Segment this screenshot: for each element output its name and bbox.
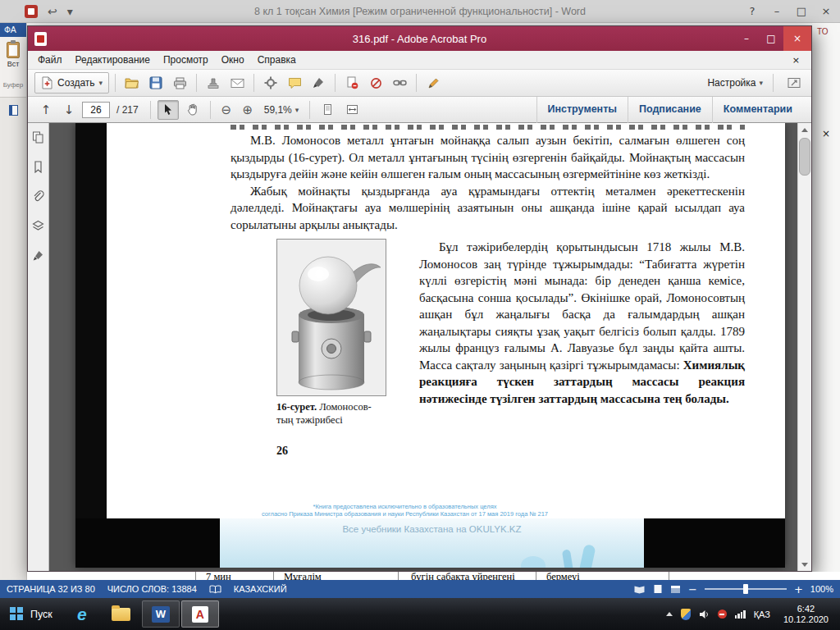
scroll-up-button[interactable] [798,123,811,136]
acrobat-taskbar-icon: A [192,606,208,623]
fit-width-view-button[interactable] [341,100,363,120]
security-shield-icon[interactable] [681,609,691,620]
single-page-view-button[interactable] [317,100,338,120]
close-icon[interactable]: × [820,128,832,139]
zoom-out-button[interactable]: ⊖ [217,103,235,117]
taskbar-word-button[interactable]: W [142,600,180,628]
table-border [536,572,536,580]
taskbar-acrobat-button[interactable]: A [181,600,219,628]
page-number: 26 [276,443,396,460]
toolbar-separator [253,74,254,92]
layers-icon[interactable] [32,220,44,235]
sign-button[interactable] [308,72,329,94]
zoom-slider-thumb[interactable] [743,584,748,594]
print-button[interactable] [169,72,190,94]
language-indicator[interactable]: ҚАЗ [754,609,770,619]
acrobat-maximize-button[interactable]: □ [759,26,783,51]
acrobat-minimize-button[interactable]: – [734,26,759,51]
link-button[interactable] [389,72,410,94]
menu-window[interactable]: Окно [215,51,251,70]
zoom-level-dropdown[interactable]: 59,1% ▾ [260,104,304,116]
hand-tool-button[interactable] [182,100,203,120]
read-mode-view-button[interactable] [633,585,646,594]
acrobat-navigation-panel [28,123,49,571]
next-page-button[interactable]: ↓ [59,103,79,117]
paste-icon[interactable] [7,42,20,58]
acrobat-task-tabs: Инструменты Подписание Комментарии [536,97,803,123]
menu-file[interactable]: Файл [31,51,69,70]
zoom-in-button[interactable]: ⊕ [239,103,257,117]
word-file-tab-fragment[interactable]: ФА [0,23,26,37]
tray-time: 6:42 [783,604,829,614]
pdf-document-area[interactable]: М.В. Ломоносов металл ұнтағын мойнаққа с… [49,123,811,571]
gear-icon[interactable] [260,72,281,94]
zoom-in-button-word[interactable]: + [794,583,803,596]
table-border [398,572,399,580]
help-button[interactable]: ? [740,0,765,23]
previous-page-button[interactable]: ↑ [36,103,56,117]
menu-view[interactable]: Просмотр [157,51,215,70]
word-minimize-button[interactable]: – [765,0,789,23]
acrobat-window-title: 316.pdf - Adobe Acrobat Pro [28,33,811,45]
expand-toolbar-button[interactable] [783,72,805,94]
zoom-slider[interactable] [705,588,787,590]
comment-button[interactable] [284,72,305,94]
start-button[interactable]: Пуск [0,598,62,630]
email-button[interactable] [226,72,248,94]
scan-black-right [644,518,785,568]
restrict-document-button[interactable] [341,72,363,94]
page-number-input[interactable] [82,102,110,118]
tab-sign[interactable]: Подписание [628,97,712,123]
clock[interactable]: 6:42 10.12.2020 [778,604,833,625]
forbid-button[interactable] [365,72,386,94]
scroll-down-button[interactable] [798,558,811,571]
zoom-level-value: 59,1% [264,104,292,116]
web-layout-view-button[interactable] [670,585,681,594]
menu-edit[interactable]: Редактирование [69,51,157,70]
select-tool-button[interactable] [158,100,179,120]
menu-help[interactable]: Справка [251,51,303,70]
attachments-icon[interactable] [32,190,44,206]
page-thumbnails-icon[interactable] [32,131,44,147]
word-maximize-button[interactable]: □ [789,0,814,23]
scrollbar-thumb[interactable] [799,138,810,176]
zoom-out-button-word[interactable]: − [688,583,697,596]
tab-comments[interactable]: Комментарии [712,97,803,123]
print-layout-view-button[interactable] [653,584,663,594]
word-statusbar: СТРАНИЦА 32 ИЗ 80 ЧИСЛО СЛОВ: 13884 КАЗА… [0,580,840,598]
stamp-button[interactable] [203,72,224,94]
signatures-icon[interactable] [32,249,44,265]
taskbar-ie-button[interactable]: e [63,600,101,628]
alert-tray-icon[interactable] [718,609,727,619]
figure-lomonosov-apparatus [276,239,386,396]
zoom-percentage[interactable]: 100% [810,584,833,594]
word-close-button[interactable]: × [814,0,838,23]
customize-toolbar-button[interactable]: Настройка ▾ [707,77,763,89]
tab-tools[interactable]: Инструменты [536,97,628,123]
hidden-icons-chevron[interactable] [666,612,673,616]
proofing-icon[interactable] [209,585,221,594]
pdf-scrollbar[interactable] [797,123,811,571]
acrobat-menubar: Файл Редактирование Просмотр Окно Справк… [28,51,811,70]
chevron-down-icon: ▾ [99,79,103,87]
create-pdf-icon [41,76,53,89]
page-counter[interactable]: СТРАНИЦА 32 ИЗ 80 [7,584,95,594]
chevron-down-icon: ▾ [295,106,299,114]
edit-pencil-button[interactable] [422,72,444,94]
paragraph: Бұл тәжірибелердің қорытындысын 1718 жыл… [419,239,745,407]
save-button[interactable] [145,72,167,94]
table-cell: 7 мин [206,572,231,580]
network-icon[interactable] [735,610,746,619]
volume-icon[interactable] [699,609,710,619]
toolbar-separator [210,101,211,119]
language-indicator-word[interactable]: КАЗАХСКИЙ [234,584,287,594]
bookmarks-icon[interactable] [32,161,44,176]
acrobat-close-button[interactable]: × [783,26,811,51]
word-count[interactable]: ЧИСЛО СЛОВ: 13884 [107,584,197,594]
table-cell: бүгін сабақта үйренгені [411,572,515,580]
word-ribbon-fragment-text: ТО [812,23,840,36]
create-pdf-button[interactable]: Создать ▾ [34,72,109,94]
open-file-button[interactable] [121,72,143,94]
document-close-icon[interactable]: × [792,55,808,66]
taskbar-explorer-button[interactable] [103,600,140,628]
